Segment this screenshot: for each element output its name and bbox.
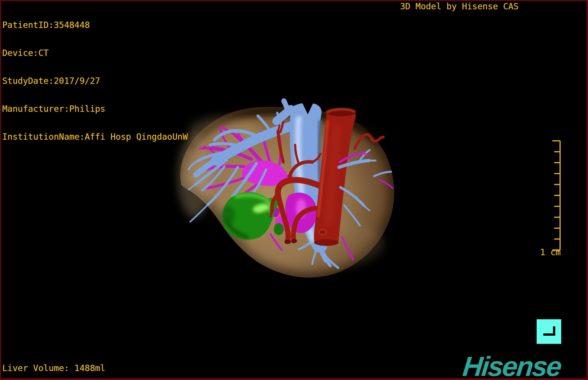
viewer-frame: PatientID:3548448 Device:CT StudyDate:20…	[0, 0, 588, 380]
liver-volume-readout: Liver Volume: 1488ml	[2, 364, 105, 373]
scale-ruler	[541, 137, 565, 254]
app-title: 3D Model by Hisense CAS	[400, 2, 519, 11]
institution-line: InstitutionName:Affi Hosp QingdaoUnW	[2, 132, 188, 142]
corner-mark-button[interactable]	[537, 319, 561, 344]
study-date-line: StudyDate:2017/9/27	[2, 76, 188, 86]
device-line: Device:CT	[2, 48, 188, 58]
patient-id-line: PatientID:3548448	[2, 20, 188, 30]
hisense-logo: Hisense	[461, 351, 563, 380]
manufacturer-line: Manufacturer:Philips	[2, 104, 188, 114]
corner-mark-icon	[537, 319, 561, 344]
scale-ruler-label: 1 cm	[536, 248, 565, 257]
patient-info-overlay: PatientID:3548448 Device:CT StudyDate:20…	[2, 2, 188, 160]
